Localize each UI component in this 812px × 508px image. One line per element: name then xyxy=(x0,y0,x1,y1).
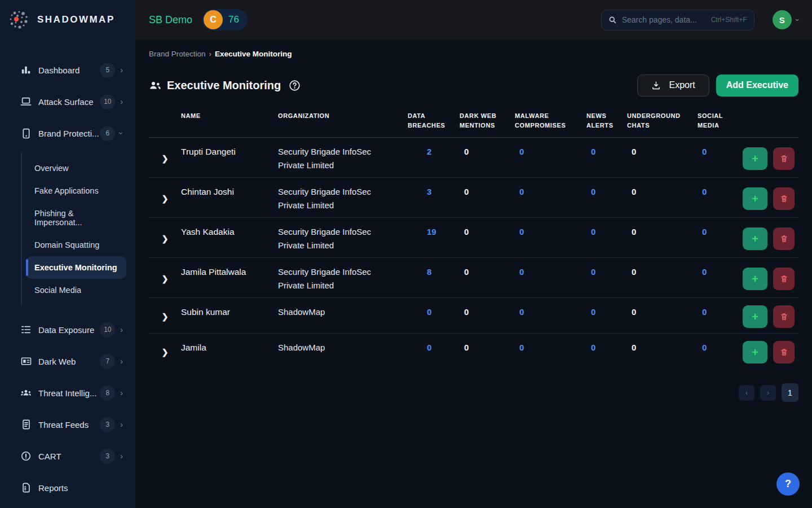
subnav-item-domain-squatting[interactable]: Domain Squatting xyxy=(26,234,126,256)
add-monitoring-button[interactable]: + xyxy=(743,305,767,328)
sidebar-item-threat-feeds[interactable]: Threat Feeds 3 › xyxy=(0,409,135,440)
social-media-count[interactable]: 0 xyxy=(698,265,743,292)
row-expand-chevron[interactable]: ❯ xyxy=(149,265,181,292)
delete-executive-button[interactable] xyxy=(773,147,795,170)
malware-compromises-count[interactable]: 0 xyxy=(515,225,586,252)
dark-web-mentions-count: 0 xyxy=(460,305,515,328)
report-file-icon xyxy=(20,482,32,493)
data-breaches-count[interactable]: 8 xyxy=(408,265,460,292)
add-monitoring-button[interactable]: + xyxy=(743,227,767,250)
help-fab-button[interactable]: ? xyxy=(776,472,800,496)
subnav-item-executive-monitoring[interactable]: Executive Monitoring xyxy=(26,256,126,279)
add-monitoring-button[interactable]: + xyxy=(743,341,767,364)
sidebar-item-threat-intelligence[interactable]: Threat Intellig... 8 › xyxy=(0,377,135,409)
count-badge: 7 xyxy=(100,354,115,369)
user-menu[interactable]: S › xyxy=(773,10,798,29)
data-breaches-count[interactable]: 3 xyxy=(408,185,460,212)
count-badge: 10 xyxy=(100,322,115,338)
social-media-count[interactable]: 0 xyxy=(698,145,743,172)
row-expand-chevron[interactable]: ❯ xyxy=(149,145,181,172)
social-media-count[interactable]: 0 xyxy=(698,341,743,364)
underground-chats-count: 0 xyxy=(627,145,698,172)
score-grade-badge: C xyxy=(204,10,223,29)
sidebar-item-label: Reports xyxy=(38,483,68,493)
topbar-right: Ctrl+Shift+F S › xyxy=(601,10,798,30)
pagination-next-button[interactable]: › xyxy=(760,385,776,401)
malware-compromises-count[interactable]: 0 xyxy=(515,185,586,212)
news-alerts-count[interactable]: 0 xyxy=(586,265,627,292)
news-alerts-count[interactable]: 0 xyxy=(586,305,627,328)
add-monitoring-button[interactable]: + xyxy=(743,268,767,290)
executive-organization: ShadowMap xyxy=(278,305,408,328)
data-breaches-count[interactable]: 2 xyxy=(408,145,460,172)
pagination-prev-button[interactable]: ‹ xyxy=(739,385,754,401)
delete-executive-button[interactable] xyxy=(773,341,795,364)
social-media-count[interactable]: 0 xyxy=(698,185,743,212)
social-media-count[interactable]: 0 xyxy=(698,305,743,328)
topbar: SB Demo C 76 Ctrl+Shift+F S › xyxy=(135,0,812,40)
brand-name: SHADOWMAP xyxy=(37,14,115,25)
delete-executive-button[interactable] xyxy=(773,305,795,328)
delete-executive-button[interactable] xyxy=(773,268,795,290)
page-header: Executive Monitoring Export xyxy=(149,73,798,98)
delete-executive-button[interactable] xyxy=(773,187,795,210)
sidebar-item-dashboard[interactable]: Dashboard 5 › xyxy=(0,54,135,86)
sidebar-item-brand-protection[interactable]: Brand Protecti... 6 › xyxy=(0,117,135,149)
row-expand-chevron[interactable]: ❯ xyxy=(149,341,181,364)
pagination-page-1-button[interactable]: 1 xyxy=(782,383,798,402)
malware-compromises-count[interactable]: 0 xyxy=(515,305,586,328)
sidebar-item-label: Threat Intellig... xyxy=(38,388,96,398)
count-badge: 8 xyxy=(100,386,115,401)
chevron-down-icon: › xyxy=(793,19,801,21)
row-expand-chevron[interactable]: ❯ xyxy=(149,225,181,252)
subnav-item-fake-applications[interactable]: Fake Applications xyxy=(26,179,126,202)
sidebar-item-label: Threat Feeds xyxy=(38,420,89,430)
subnav-item-social-media[interactable]: Social Media xyxy=(26,279,126,301)
row-expand-chevron[interactable]: ❯ xyxy=(149,185,181,212)
malware-compromises-count[interactable]: 0 xyxy=(515,145,586,172)
malware-compromises-count[interactable]: 0 xyxy=(515,265,586,292)
dark-web-mentions-count: 0 xyxy=(460,145,515,172)
search-shortcut-hint: Ctrl+Shift+F xyxy=(711,16,747,24)
add-executive-button[interactable]: Add Executive xyxy=(716,75,798,97)
delete-executive-button[interactable] xyxy=(773,227,795,250)
export-button[interactable]: Export xyxy=(637,75,709,97)
subnav-item-overview[interactable]: Overview xyxy=(26,157,126,179)
row-expand-chevron[interactable]: ❯ xyxy=(149,305,181,328)
sidebar-item-attack-surface[interactable]: Attack Surface 10 › xyxy=(0,86,135,117)
org-name[interactable]: SB Demo xyxy=(149,14,192,26)
trash-icon xyxy=(780,234,788,243)
subnav-item-phishing-impersonation[interactable]: Phishing & Impersonat... xyxy=(26,202,126,234)
news-alerts-count[interactable]: 0 xyxy=(586,185,627,212)
row-actions: + xyxy=(743,185,798,212)
avatar[interactable]: S xyxy=(773,10,792,29)
add-monitoring-button[interactable]: + xyxy=(743,187,767,210)
actions-column-header xyxy=(743,111,798,130)
news-alerts-count[interactable]: 0 xyxy=(586,225,627,252)
data-breaches-count[interactable]: 19 xyxy=(408,225,460,252)
brand-logo[interactable]: SHADOWMAP xyxy=(0,0,135,40)
sidebar-item-reports[interactable]: Reports xyxy=(0,472,135,503)
malware-compromises-count[interactable]: 0 xyxy=(515,341,586,364)
help-circle-icon[interactable] xyxy=(289,80,301,91)
expander-column-header xyxy=(149,111,181,130)
sidebar-item-cart[interactable]: CART 3 › xyxy=(0,440,135,472)
security-score-pill[interactable]: C 76 xyxy=(202,9,248,30)
news-alerts-count[interactable]: 0 xyxy=(586,341,627,364)
newspaper-icon xyxy=(20,356,32,367)
table-header-row: NAME ORGANIZATION DATA BREACHES DARK WEB… xyxy=(149,111,798,138)
breadcrumb: Brand Protection › Executive Monitoring xyxy=(149,50,798,58)
brand-protection-submenu: Overview Fake Applications Phishing & Im… xyxy=(21,152,135,306)
global-search[interactable]: Ctrl+Shift+F xyxy=(601,10,754,30)
data-breaches-count[interactable]: 0 xyxy=(408,341,460,364)
data-breaches-count[interactable]: 0 xyxy=(408,305,460,328)
breadcrumb-parent[interactable]: Brand Protection xyxy=(149,50,206,58)
page-title: Executive Monitoring xyxy=(167,79,281,92)
sidebar-item-data-exposure[interactable]: Data Exposure 10 › xyxy=(0,314,135,345)
news-alerts-count[interactable]: 0 xyxy=(586,145,627,172)
table-row: ❯ Subin kumar ShadowMap 0 0 0 0 0 0 + xyxy=(149,298,798,334)
search-input[interactable] xyxy=(622,15,706,24)
social-media-count[interactable]: 0 xyxy=(698,225,743,252)
sidebar-item-dark-web[interactable]: Dark Web 7 › xyxy=(0,345,135,377)
add-monitoring-button[interactable]: + xyxy=(743,147,767,170)
